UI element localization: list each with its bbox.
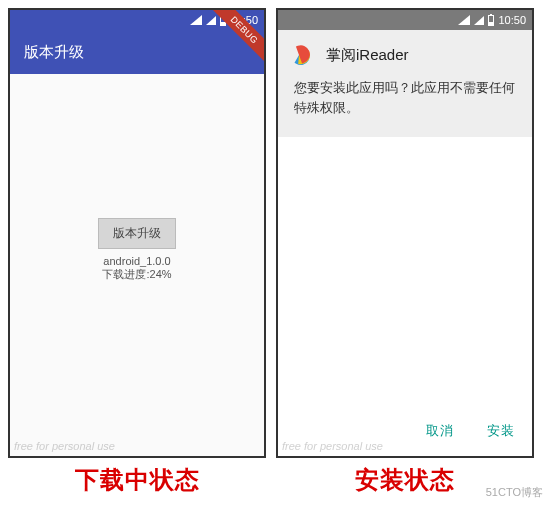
install-message: 您要安装此应用吗？此应用不需要任何特殊权限。 [294,78,516,117]
screenshot-pair: 10:50 版本升级 debug 版本升级 android_1.0.0 下载进度… [8,8,545,496]
right-caption: 安装状态 [355,464,455,496]
status-time: 10:50 [498,14,526,26]
install-card: 掌阅iReader 您要安装此应用吗？此应用不需要任何特殊权限。 [278,30,532,137]
file-name-label: android_1.0.0 [98,255,176,267]
install-actions: 取消 安装 [422,416,518,446]
left-column: 10:50 版本升级 debug 版本升级 android_1.0.0 下载进度… [8,8,266,496]
app-name-label: 掌阅iReader [326,46,409,65]
body-area: 版本升级 android_1.0.0 下载进度:24% free for per… [10,74,264,456]
upgrade-button[interactable]: 版本升级 [98,218,176,249]
watermark-text: free for personal use [14,440,115,452]
status-bar: 10:50 [278,10,532,30]
wifi-icon [474,16,484,25]
attribution-label: 51CTO博客 [486,485,543,500]
right-column: 10:50 掌阅iReader 您要安装此应用吗？此应用不需要任何特殊权限。 取… [276,8,534,496]
body-area: 掌阅iReader 您要安装此应用吗？此应用不需要任何特殊权限。 取消 安装 f… [278,30,532,456]
battery-icon [488,15,494,26]
download-progress-label: 下载进度:24% [98,267,176,282]
left-phone: 10:50 版本升级 debug 版本升级 android_1.0.0 下载进度… [8,8,266,458]
watermark-text: free for personal use [282,440,383,452]
wifi-icon [206,16,216,25]
app-icon [294,44,316,66]
install-button[interactable]: 安装 [483,416,518,446]
cancel-button[interactable]: 取消 [422,416,457,446]
signal-icon [190,15,202,25]
signal-icon [458,15,470,25]
download-center: 版本升级 android_1.0.0 下载进度:24% [98,218,176,282]
left-caption: 下载中状态 [75,464,200,496]
app-bar-title: 版本升级 [24,43,84,62]
app-bar: 版本升级 [10,30,264,74]
right-phone: 10:50 掌阅iReader 您要安装此应用吗？此应用不需要任何特殊权限。 取… [276,8,534,458]
install-header: 掌阅iReader [294,44,516,66]
